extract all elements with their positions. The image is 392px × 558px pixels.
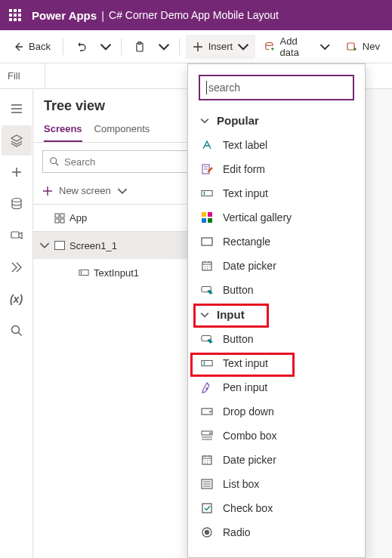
rail-hamburger[interactable] [2, 94, 32, 124]
item-label: Date picker [223, 454, 276, 466]
rail-search[interactable] [2, 316, 32, 346]
tab-screens[interactable]: Screens [44, 119, 82, 142]
insert-item-button[interactable]: Button [188, 278, 365, 302]
category-label: Input [217, 308, 245, 321]
tree-search-input[interactable] [64, 156, 191, 168]
app-header: Power Apps | C# Corner Demo App Mobile L… [0, 0, 392, 30]
svg-rect-14 [202, 190, 212, 196]
rail-power-automate[interactable] [2, 252, 32, 282]
item-label: Text label [223, 139, 267, 151]
database-plus-icon [264, 41, 275, 53]
insert-item-pen-input[interactable]: Pen input [188, 375, 365, 399]
search-icon [49, 156, 60, 167]
button-icon [201, 333, 213, 345]
insert-item-combo-box[interactable]: Combo box [188, 424, 365, 448]
insert-item-radio[interactable]: Radio [188, 520, 365, 544]
tab-components[interactable]: Components [94, 119, 150, 142]
tree-item-textinput[interactable]: TextInput1 [33, 259, 207, 286]
text-input-icon [79, 267, 89, 278]
rail-tree-view[interactable] [2, 125, 32, 156]
item-label: Pen input [223, 381, 267, 393]
text-input-icon [201, 187, 213, 199]
new-screen-button[interactable]: Nev [340, 35, 386, 59]
insert-item-input-button[interactable]: Button [188, 327, 365, 351]
screen-plus-icon [346, 41, 358, 53]
rail-insert[interactable] [2, 157, 32, 187]
insert-category-popular[interactable]: Popular [188, 108, 365, 133]
insert-item-check-box[interactable]: Check box [188, 496, 365, 520]
rail-variables[interactable]: (x) [2, 284, 32, 314]
tree-list: App Screen1_1 TextInput1 [33, 204, 207, 286]
flow-icon [10, 261, 23, 274]
svg-rect-10 [55, 219, 59, 223]
insert-panel-body: Popular Text label Edit form Text input … [188, 108, 365, 557]
svg-point-6 [11, 326, 19, 334]
paste-button[interactable] [128, 35, 152, 59]
chevron-down-icon [237, 41, 249, 53]
svg-rect-15 [202, 212, 206, 217]
pen-icon [201, 381, 213, 393]
insert-search[interactable] [199, 75, 354, 100]
text-caret [206, 81, 207, 94]
insert-item-edit-form[interactable]: Edit form [188, 157, 365, 181]
new-screen-label: Nev [363, 41, 380, 52]
chevron-down-icon [319, 41, 330, 53]
header-separator: | [101, 9, 104, 22]
media-icon [10, 229, 23, 242]
item-label: Button [223, 333, 253, 345]
insert-item-input-text-input[interactable]: Text input [188, 351, 365, 375]
waffle-icon[interactable] [9, 9, 21, 21]
separator [121, 39, 122, 55]
undo-dropdown[interactable] [97, 35, 115, 59]
undo-button[interactable] [69, 35, 94, 59]
insert-item-text-label[interactable]: Text label [188, 133, 365, 157]
undo-icon [76, 41, 88, 53]
back-button[interactable]: Back [6, 35, 57, 59]
plus-icon [42, 186, 53, 196]
add-data-button[interactable]: Add data [258, 35, 337, 59]
new-screen-button[interactable]: New screen [33, 180, 207, 204]
item-label: Button [223, 284, 253, 296]
variable-icon: (x) [10, 293, 23, 305]
svg-rect-17 [202, 218, 206, 223]
tree-search[interactable] [42, 150, 198, 173]
item-label: Radio [223, 526, 251, 538]
insert-label: Insert [208, 41, 233, 52]
rail-media[interactable] [2, 220, 32, 251]
app-grid-icon [54, 213, 65, 224]
insert-item-vertical-gallery[interactable]: Vertical gallery [188, 205, 365, 230]
tree-item-app[interactable]: App [33, 205, 207, 232]
tree-item-label: Screen1_1 [69, 240, 117, 251]
separator [63, 39, 63, 55]
property-selector[interactable]: Fill [0, 63, 45, 88]
svg-point-2 [266, 42, 273, 45]
insert-button[interactable]: Insert [186, 35, 256, 59]
button-icon [201, 284, 213, 296]
item-label: Combo box [223, 430, 277, 442]
insert-item-text-input[interactable]: Text input [188, 181, 365, 205]
insert-item-drop-down[interactable]: Drop down [188, 399, 365, 424]
item-label: Vertical gallery [223, 211, 292, 224]
left-rail: (x) [0, 89, 33, 558]
insert-category-input[interactable]: Input [188, 302, 365, 327]
rail-data[interactable] [2, 189, 32, 219]
screen-icon [54, 241, 65, 250]
gallery-icon [201, 211, 213, 224]
insert-item-rectangle[interactable]: Rectangle [188, 230, 365, 254]
svg-point-24 [206, 388, 208, 390]
layers-icon [10, 134, 23, 147]
paste-dropdown[interactable] [155, 35, 173, 59]
insert-search-input[interactable] [208, 82, 347, 94]
tree-item-screen[interactable]: Screen1_1 [33, 232, 207, 259]
svg-rect-11 [60, 219, 64, 223]
product-name: Power Apps [32, 9, 97, 22]
insert-item-input-date-picker[interactable]: Date picker [188, 448, 365, 472]
insert-item-list-box[interactable]: List box [188, 472, 365, 496]
item-label: Edit form [223, 163, 265, 175]
insert-item-date-picker[interactable]: Date picker [188, 254, 365, 278]
header-title: Power Apps | C# Corner Demo App Mobile L… [32, 9, 279, 22]
svg-point-31 [205, 531, 209, 535]
clipboard-icon [134, 41, 146, 53]
database-icon [10, 197, 23, 211]
item-label: Text input [223, 357, 268, 369]
